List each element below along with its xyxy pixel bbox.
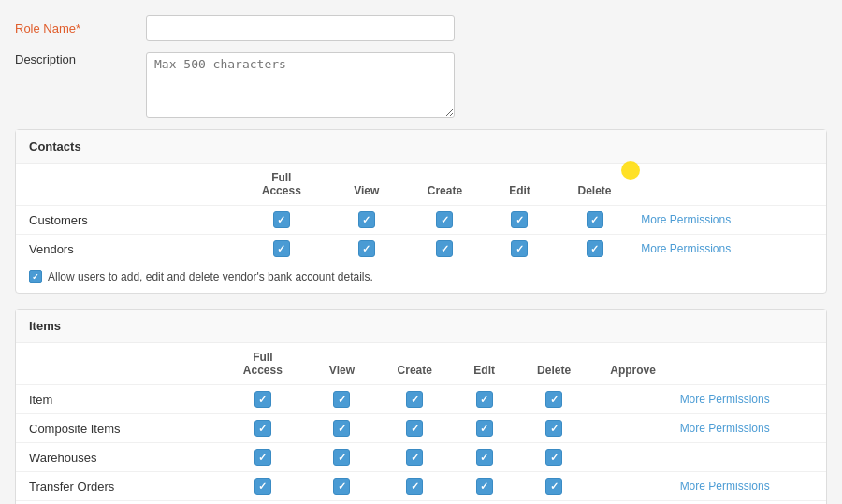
items-cell-create[interactable]	[377, 501, 453, 505]
contacts-cell-delete[interactable]	[554, 206, 635, 235]
items-row-label: Warehouses	[16, 443, 219, 472]
items-col-more	[675, 343, 826, 385]
contacts-col-view: View	[329, 164, 404, 206]
contacts-more-permissions-link[interactable]: More Permissions	[635, 235, 826, 264]
items-section: Items FullAccess View Create Edit Delete…	[15, 309, 827, 504]
items-table: FullAccess View Create Edit Delete Appro…	[16, 343, 826, 504]
items-col-view: View	[307, 343, 376, 385]
items-cell-edit[interactable]	[453, 414, 516, 443]
items-cell-delete[interactable]	[515, 414, 591, 443]
items-cell-delete[interactable]	[515, 501, 591, 505]
items-more-permissions-link[interactable]: More Permissions	[675, 385, 826, 414]
items-row: Composite ItemsMore Permissions	[16, 414, 826, 443]
items-row: Warehouses	[16, 443, 826, 472]
contacts-section-header: Contacts	[16, 130, 826, 164]
items-cell-full-access[interactable]	[219, 443, 308, 472]
items-cell-view[interactable]	[307, 414, 376, 443]
items-cell-approve[interactable]	[592, 472, 675, 501]
contacts-col-more	[635, 164, 826, 206]
role-name-input[interactable]	[146, 15, 455, 41]
contacts-col-full-access: FullAccess	[234, 164, 329, 206]
items-cell-create[interactable]	[377, 443, 453, 472]
contacts-cell-full-access[interactable]	[234, 235, 329, 264]
items-cell-approve[interactable]	[592, 443, 675, 472]
contacts-col-create: Create	[404, 164, 486, 206]
contacts-cell-edit[interactable]	[486, 235, 554, 264]
items-cell-edit[interactable]	[453, 501, 516, 505]
contacts-row: CustomersMore Permissions	[16, 206, 826, 235]
items-cell-delete[interactable]	[515, 385, 591, 414]
contacts-col-delete: Delete	[554, 164, 635, 206]
items-cell-create[interactable]	[377, 385, 453, 414]
items-cell-create[interactable]	[377, 472, 453, 501]
items-cell-delete[interactable]	[515, 443, 591, 472]
contacts-cell-edit[interactable]	[486, 206, 554, 235]
items-cell-full-access[interactable]	[219, 385, 308, 414]
role-name-label: Role Name*	[15, 22, 146, 36]
items-more-permissions-link[interactable]: More Permissions	[675, 501, 826, 505]
items-more-permissions-link[interactable]: More Permissions	[675, 414, 826, 443]
items-col-empty	[16, 343, 219, 385]
items-cell-approve[interactable]	[592, 501, 675, 505]
description-input[interactable]	[146, 52, 455, 118]
contacts-cell-view[interactable]	[329, 235, 404, 264]
contacts-col-empty	[16, 164, 234, 206]
items-col-delete: Delete	[515, 343, 591, 385]
contacts-section: Contacts FullAccess View Create Edit Del…	[15, 129, 827, 294]
contacts-more-permissions-link[interactable]: More Permissions	[635, 206, 826, 235]
items-row-label: Composite Items	[16, 414, 219, 443]
contacts-cell-view[interactable]	[329, 206, 404, 235]
items-more-permissions-link[interactable]	[675, 443, 826, 472]
items-cell-delete[interactable]	[515, 472, 591, 501]
items-cell-edit[interactable]	[453, 443, 516, 472]
items-cell-edit[interactable]	[453, 472, 516, 501]
items-cell-approve[interactable]	[592, 414, 675, 443]
items-row-label: Item	[16, 385, 219, 414]
contacts-cell-full-access[interactable]	[234, 206, 329, 235]
items-cell-view[interactable]	[307, 501, 376, 505]
contacts-col-edit: Edit	[486, 164, 554, 206]
description-label: Description	[15, 52, 146, 66]
contacts-cell-create[interactable]	[404, 235, 486, 264]
items-more-permissions-link[interactable]: More Permissions	[675, 472, 826, 501]
items-cell-full-access[interactable]	[219, 472, 308, 501]
items-section-header: Items	[16, 310, 826, 343]
items-cell-full-access[interactable]	[219, 501, 308, 505]
contacts-cell-create[interactable]	[404, 206, 486, 235]
items-cell-edit[interactable]	[453, 385, 516, 414]
items-cell-create[interactable]	[377, 414, 453, 443]
items-col-edit: Edit	[453, 343, 516, 385]
contacts-table: FullAccess View Create Edit Delete Custo…	[16, 164, 826, 263]
items-col-full-access: FullAccess	[219, 343, 308, 385]
items-row: ItemMore Permissions	[16, 385, 826, 414]
items-row-label: Inventory Adjustments	[16, 501, 219, 505]
vendor-note: Allow users to add, edit and delete vend…	[16, 263, 826, 293]
contacts-row: VendorsMore Permissions	[16, 235, 826, 264]
items-cell-approve[interactable]	[592, 385, 675, 414]
items-cell-full-access[interactable]	[219, 414, 308, 443]
items-cell-view[interactable]	[307, 443, 376, 472]
vendor-checkbox[interactable]	[29, 270, 42, 283]
items-cell-view[interactable]	[307, 385, 376, 414]
vendor-note-text: Allow users to add, edit and delete vend…	[48, 270, 373, 283]
items-col-create: Create	[377, 343, 453, 385]
items-row: Inventory AdjustmentsMore Permissions	[16, 501, 826, 505]
contacts-cell-delete[interactable]	[554, 235, 635, 264]
items-col-approve: Approve	[592, 343, 675, 385]
items-row: Transfer OrdersMore Permissions	[16, 472, 826, 501]
items-row-label: Transfer Orders	[16, 472, 219, 501]
contacts-row-label: Customers	[16, 206, 234, 235]
items-cell-view[interactable]	[307, 472, 376, 501]
contacts-row-label: Vendors	[16, 235, 234, 264]
